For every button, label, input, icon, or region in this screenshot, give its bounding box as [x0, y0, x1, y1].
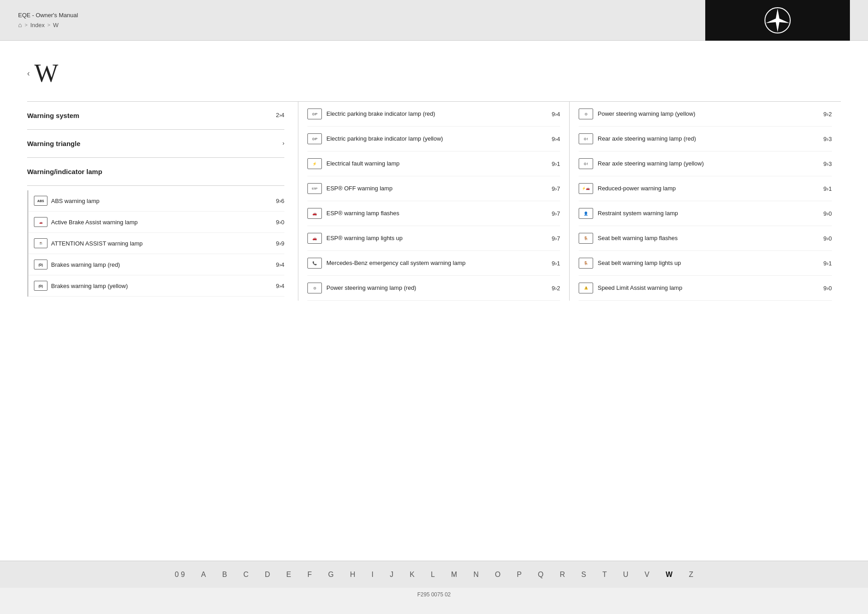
list-item[interactable]: ⚡🚗 Reduced-power warning lamp 9›1 — [579, 176, 832, 201]
footer-letter-n[interactable]: N — [465, 571, 487, 579]
footer-letter-v[interactable]: V — [637, 571, 658, 579]
brakes-yellow-ref: 9›4 — [276, 283, 284, 289]
footer-letter-r[interactable]: R — [552, 571, 573, 579]
list-item[interactable]: 🚗 ESP® warning lamp lights up 9›7 — [307, 226, 560, 251]
footer-letter-b[interactable]: B — [214, 571, 236, 579]
document-id: F295 0075 02 — [417, 591, 451, 598]
restraint-system-icon: 👤 — [579, 208, 593, 219]
esp-lights-ref: 9›7 — [552, 235, 560, 242]
footer-letter-j[interactable]: J — [382, 571, 401, 579]
home-icon[interactable]: ⌂ — [18, 21, 22, 28]
app-title: EQE - Owner's Manual — [18, 12, 78, 19]
footer-letter-o[interactable]: O — [487, 571, 509, 579]
list-item[interactable]: 🪑 Seat belt warning lamp lights up 9›1 — [579, 251, 832, 276]
footer-alphabet-bar: 0 9 A B C D E F G H I J K L M N O P Q R … — [0, 561, 868, 588]
warning-indicator-lamp-item: Warning/indicator lamp — [27, 158, 284, 186]
list-item[interactable]: ⊙P Electric parking brake indicator lamp… — [307, 102, 560, 127]
brakes-red-ref: 9›4 — [276, 261, 284, 268]
warning-system-label: Warning system — [27, 112, 79, 119]
abs-icon: ABS — [34, 196, 47, 206]
mercedes-star-icon — [764, 7, 791, 34]
footer-letter-09[interactable]: 0 9 — [167, 571, 193, 579]
footer-letter-z[interactable]: Z — [681, 571, 702, 579]
active-brake-label: Active Brake Assist warning lamp — [51, 219, 272, 226]
rear-axle-red-label: Rear axle steering warning lamp (red) — [598, 135, 819, 143]
breadcrumb-index[interactable]: Index — [30, 22, 45, 28]
list-item[interactable]: ⊙ Power steering warning lamp (red) 9›2 — [307, 276, 560, 301]
footer-letter-d[interactable]: D — [257, 571, 278, 579]
warning-indicator-lamp-label: Warning/indicator lamp — [27, 168, 102, 175]
brakes-yellow-icon: (D) — [34, 281, 47, 291]
esp-lights-icon: 🚗 — [307, 233, 322, 244]
footer-letter-k[interactable]: K — [401, 571, 423, 579]
list-item[interactable]: 🚗 ESP® warning lamp flashes 9›7 — [307, 201, 560, 226]
list-item[interactable]: 🪑 Seat belt warning lamp flashes 9›0 — [579, 226, 832, 251]
warning-system-ref: 2›4 — [276, 112, 284, 118]
footer-letter-q[interactable]: Q — [530, 571, 552, 579]
footer-letter-h[interactable]: H — [342, 571, 363, 579]
parking-brake-red-ref: 9›4 — [552, 111, 560, 118]
power-steering-red-label: Power steering warning lamp (red) — [326, 284, 547, 292]
breadcrumb-sep-1: > — [24, 22, 27, 28]
esp-flashes-label: ESP® warning lamp flashes — [326, 209, 547, 217]
list-item[interactable]: ⚠️ Speed Limit Assist warning lamp 9›0 — [579, 276, 832, 301]
speed-limit-label: Speed Limit Assist warning lamp — [598, 284, 819, 292]
header: EQE - Owner's Manual ⌂ > Index > W — [0, 0, 868, 41]
footer-letter-p[interactable]: P — [509, 571, 530, 579]
power-steering-red-ref: 9›2 — [552, 285, 560, 292]
list-item[interactable]: (D) Brakes warning lamp (red) 9›4 — [28, 254, 284, 275]
restraint-system-label: Restraint system warning lamp — [598, 209, 819, 217]
reduced-power-ref: 9›1 — [823, 185, 832, 192]
list-item[interactable]: 👤 Restraint system warning lamp 9›0 — [579, 201, 832, 226]
footer-letter-i[interactable]: I — [363, 571, 382, 579]
footer-letter-m[interactable]: M — [443, 571, 465, 579]
svg-marker-1 — [766, 9, 789, 32]
footer-letter-s[interactable]: S — [573, 571, 594, 579]
active-brake-icon: 🚗 — [34, 217, 47, 227]
warning-system-item[interactable]: Warning system 2›4 — [27, 102, 284, 130]
footer-letter-w[interactable]: W — [658, 571, 681, 579]
attention-assist-icon: ☕ — [34, 238, 47, 248]
breadcrumb-w: W — [53, 22, 58, 28]
footer-letter-l[interactable]: L — [423, 571, 443, 579]
list-item[interactable]: ⚡ Electrical fault warning lamp 9›1 — [307, 151, 560, 176]
electrical-fault-icon: ⚡ — [307, 158, 322, 169]
footer-letter-f[interactable]: F — [299, 571, 320, 579]
rear-axle-red-ref: 9›3 — [823, 136, 832, 142]
index-grid: Warning system 2›4 Warning triangle › Wa… — [27, 101, 841, 301]
left-column: Warning system 2›4 Warning triangle › Wa… — [27, 102, 298, 301]
parking-brake-red-icon: ⊙P — [307, 109, 322, 119]
attention-assist-label: ATTENTION ASSIST warning lamp — [51, 240, 272, 247]
reduced-power-icon: ⚡🚗 — [579, 183, 593, 194]
list-item[interactable]: 🚗 Active Brake Assist warning lamp 9›0 — [28, 212, 284, 233]
parking-brake-yellow-icon: ⊙P — [307, 133, 322, 144]
list-item[interactable]: ☕ ATTENTION ASSIST warning lamp 9›9 — [28, 233, 284, 254]
prev-arrow[interactable]: ‹ — [27, 69, 30, 78]
esp-lights-label: ESP® warning lamp lights up — [326, 234, 547, 242]
footer-letter-e[interactable]: E — [278, 571, 299, 579]
list-item[interactable]: ⊙ Power steering warning lamp (yellow) 9… — [579, 102, 832, 127]
list-item[interactable]: ABS ABS warning lamp 9›6 — [28, 190, 284, 212]
electrical-fault-label: Electrical fault warning lamp — [326, 160, 547, 168]
footer-letter-g[interactable]: G — [320, 571, 342, 579]
emergency-call-icon: 📞 — [307, 258, 322, 269]
list-item[interactable]: ESP ESP® OFF warning lamp 9›7 — [307, 176, 560, 201]
list-item[interactable]: ⊙! Rear axle steering warning lamp (red)… — [579, 127, 832, 151]
rear-axle-yellow-icon: ⊙! — [579, 158, 593, 169]
footer-letter-u[interactable]: U — [615, 571, 637, 579]
list-item[interactable]: ⊙P Electric parking brake indicator lamp… — [307, 127, 560, 151]
footer-letter-a[interactable]: A — [193, 571, 214, 579]
esp-off-icon: ESP — [307, 183, 322, 194]
rear-axle-red-icon: ⊙! — [579, 133, 593, 144]
power-steering-yellow-label: Power steering warning lamp (yellow) — [598, 110, 819, 118]
list-item[interactable]: 📞 Mercedes-Benz emergency call system wa… — [307, 251, 560, 276]
brakes-red-label: Brakes warning lamp (red) — [51, 261, 272, 268]
footer-letter-t[interactable]: T — [594, 571, 615, 579]
page-letter-row: ‹ W — [27, 59, 841, 88]
footer-letter-c[interactable]: C — [235, 571, 257, 579]
list-item[interactable]: (D) Brakes warning lamp (yellow) 9›4 — [28, 275, 284, 297]
warning-triangle-item[interactable]: Warning triangle › — [27, 130, 284, 158]
seatbelt-flashes-icon: 🪑 — [579, 233, 593, 244]
esp-flashes-icon: 🚗 — [307, 208, 322, 219]
list-item[interactable]: ⊙! Rear axle steering warning lamp (yell… — [579, 151, 832, 176]
